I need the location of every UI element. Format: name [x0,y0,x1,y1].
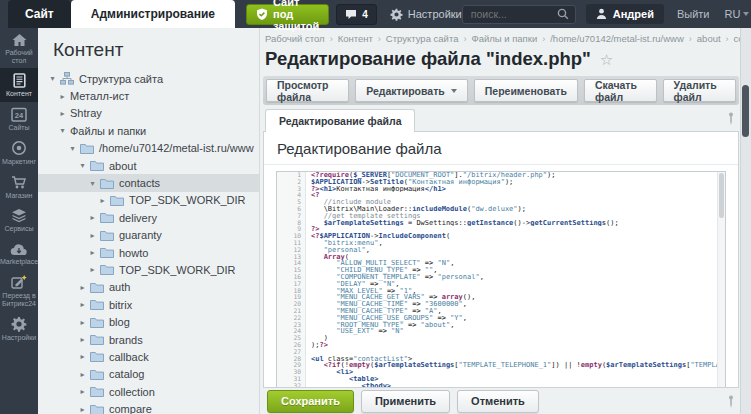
chevron-right-icon[interactable]: ▸ [78,300,87,309]
save-button[interactable]: Сохранить [267,390,354,413]
user-menu-button[interactable]: Андрей [586,4,664,24]
chevron-right-icon[interactable]: ▸ [78,318,87,327]
settings-button[interactable]: Настройки [390,8,462,21]
apply-button[interactable]: Применить [361,390,450,413]
editor-scrollbar-thumb[interactable] [719,173,724,218]
chevron-right-icon[interactable]: ▸ [88,231,97,240]
line-number: 10 [277,233,306,240]
breadcrumb-item[interactable]: Контент [338,33,373,44]
sidebar-item-sites[interactable]: 24Сайты [0,102,38,136]
tree-item-shtray[interactable]: ▸Shtray [38,105,259,122]
view-file-button[interactable]: Просмотр файла [266,79,349,102]
notifications-badge[interactable]: 4 [336,4,377,25]
form-footer: СохранитьПрименитьОтменить [260,388,741,414]
tree-item-delivery[interactable]: ▸delivery [38,209,259,226]
tab-file-edit[interactable]: Редактирование файла [265,109,415,132]
code-line: 21 "MENU_CACHE_TYPE" => "A", [277,308,725,315]
pin-icon[interactable] [727,395,735,408]
chevron-right-icon[interactable]: ▸ [78,370,87,379]
tab-site[interactable]: Сайт [8,0,71,28]
tree-item-metall-ist[interactable]: ▸Металл-ист [38,87,259,104]
line-number: 19 [277,294,306,301]
tree-item-files[interactable]: ▾Файлы и папки [38,122,259,139]
favorite-star-icon[interactable]: ☆ [600,52,613,67]
chevron-right-icon[interactable]: ▸ [88,248,97,257]
sidebar-item-content[interactable]: Контент [0,68,38,102]
chevron-right-icon[interactable]: ▸ [78,405,87,414]
tree-item-top-sdk-2[interactable]: ▸TOP_SDK_WORK_DIR [38,261,259,278]
sidebar-item-marketplace[interactable]: Marketplace [0,237,38,270]
sidebar-item-marketing[interactable]: Маркетинг [0,135,38,170]
sidebar-item-settings[interactable]: Настройки [0,311,38,346]
rename-button[interactable]: Переименовать [474,79,578,102]
chevron-down-icon[interactable]: ▾ [78,161,87,170]
tree-item-blog[interactable]: ▸blog [38,313,259,330]
chevron-right-icon[interactable]: ▸ [78,335,87,344]
tree-item-guaranty[interactable]: ▸guaranty [38,227,259,244]
breadcrumb-item[interactable]: about [697,33,721,44]
chevron-right-icon[interactable]: ▸ [78,387,87,396]
breadcrumb-item[interactable]: /home/u70142/metal-ist.ru/www [550,33,684,44]
folder-icon [100,178,114,189]
code-line: 18 "MAX_LEVEL" => "1", [277,288,725,295]
download-file-button[interactable]: Скачать файл [584,79,657,102]
tree-item-howto[interactable]: ▸howto [38,244,259,261]
cancel-button[interactable]: Отменить [457,390,539,413]
breadcrumb-item[interactable]: Файлы и папки [471,33,537,44]
breadcrumb-separator: › [378,34,381,44]
code-lines[interactable]: 1<?require($_SERVER["DOCUMENT_ROOT"]."/b… [277,172,725,388]
sidebar-item-desktop[interactable]: Рабочий стол [0,28,38,68]
edit-button[interactable]: Редактировать [355,79,468,102]
chevron-down-icon[interactable]: ▾ [58,126,67,135]
breadcrumb-item[interactable]: Рабочий стол [265,33,325,44]
sidebar-item-bitrix24[interactable]: Переезд в Битрикс24 [0,269,38,311]
chevron-down-icon[interactable]: ▾ [88,179,97,188]
code-text: //include module [306,199,725,206]
left-nav-rail: Рабочий столКонтент24СайтыМаркетингМагаз… [0,28,38,414]
tree-item-collection[interactable]: ▸collection [38,383,259,400]
tree-item-about[interactable]: ▾about [38,157,259,174]
search-box[interactable] [462,5,576,24]
tree-item-contacts[interactable]: ▾contacts [38,174,259,191]
chevron-down-icon[interactable]: ▾ [68,144,77,153]
tree-item-www-root[interactable]: ▾/home/u70142/metal-ist.ru/www [38,140,259,157]
search-icon[interactable] [557,8,569,20]
tree-item-callback[interactable]: ▸callback [38,348,259,365]
pin-icon[interactable] [727,112,735,125]
language-selector[interactable]: RU [724,8,749,20]
page-scrollbar-thumb[interactable] [742,85,749,137]
tree-item-label: contacts [119,177,160,189]
tree-item-brands[interactable]: ▸brands [38,331,259,348]
tree-item-top-sdk-1[interactable]: ▸TOP_SDK_WORK_DIR [38,192,259,209]
chevron-right-icon[interactable]: ▸ [78,352,87,361]
code-editor[interactable]: 1<?require($_SERVER["DOCUMENT_ROOT"]."/b… [276,171,726,388]
sidebar-item-services[interactable]: Сервисы [0,203,38,237]
chevron-right-icon[interactable]: ▸ [78,283,87,292]
chevron-right-icon[interactable]: ▸ [58,109,67,118]
sidebar-item-shop[interactable]: Магазин [0,170,38,204]
tab-admin[interactable]: Администрирование [71,0,235,28]
main-area: Рабочий стол›Контент›Структура сайта›Фай… [260,28,741,414]
tree-item-catalog[interactable]: ▸catalog [38,366,259,383]
breadcrumb-item[interactable]: Структура сайта [386,33,459,44]
tree-item-label: Файлы и папки [70,125,146,137]
tree-item-bitrix[interactable]: ▸bitrix [38,296,259,313]
tree-item-compare[interactable]: ▸compare [38,400,259,414]
page-scrollbar[interactable] [740,28,751,414]
tree-item-auth[interactable]: ▸auth [38,279,259,296]
line-number: 22 [277,315,306,322]
tree-item-structure[interactable]: ▾Структура сайта [38,70,259,87]
logout-link[interactable]: Выйти [677,8,710,20]
chevron-down-icon[interactable]: ▾ [48,74,57,83]
chevron-right-icon[interactable]: ▸ [88,213,97,222]
chevron-right-icon[interactable]: ▸ [58,92,67,101]
delete-file-button[interactable]: Удалить файл [663,79,736,102]
code-text: \Bitrix\Main\Loader::includeModule("dw.d… [306,206,725,213]
chevron-right-icon[interactable]: ▸ [88,265,97,274]
site-protected-button[interactable]: Сайт под защитой [246,4,329,25]
line-number: 13 [277,254,306,261]
chevron-right-icon[interactable]: ▸ [98,196,107,205]
line-number: 15 [277,267,306,274]
editor-scrollbar[interactable] [717,172,725,388]
search-input[interactable] [469,7,557,21]
